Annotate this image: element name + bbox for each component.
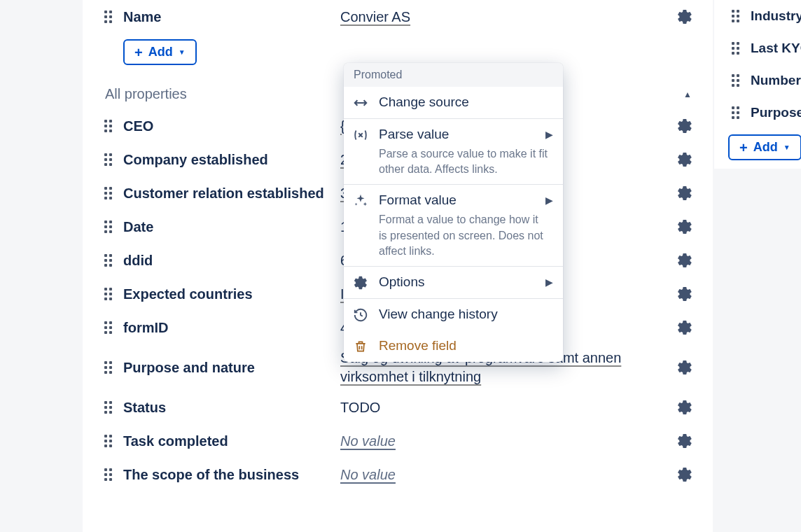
- add-button-right[interactable]: + Add ▼: [728, 134, 801, 160]
- field-value[interactable]: No value: [340, 428, 695, 455]
- field-context-menu: Promoted Change source Parse value Parse…: [344, 63, 563, 362]
- menu-item-label: View change history: [379, 306, 552, 323]
- field-label: Customer relation established: [123, 180, 340, 206]
- drag-handle-icon[interactable]: [101, 321, 115, 335]
- add-button-label: Add: [148, 45, 173, 59]
- menu-item-view-history[interactable]: View change history: [344, 298, 563, 330]
- field-settings-button[interactable]: [675, 217, 695, 237]
- section-title: All properties: [105, 86, 187, 102]
- menu-item-label: Remove field: [379, 337, 552, 355]
- field-label: ddid: [123, 247, 340, 274]
- history-icon: [352, 307, 369, 323]
- drag-handle-icon[interactable]: [101, 186, 115, 200]
- menu-item-format-value[interactable]: Format value Format a value to change ho…: [344, 184, 563, 266]
- drag-handle-icon[interactable]: [101, 153, 115, 167]
- field-settings-button[interactable]: [675, 358, 695, 377]
- field-settings-button[interactable]: [675, 183, 695, 203]
- drag-handle-icon[interactable]: [101, 468, 115, 482]
- field-label: Name: [123, 4, 340, 30]
- caret-up-icon: ▲: [683, 90, 692, 99]
- menu-item-description: Format a value to change how it is prese…: [379, 212, 552, 259]
- field-settings-button[interactable]: [675, 284, 695, 304]
- drag-handle-icon[interactable]: [101, 119, 115, 133]
- field-row-name: Name Convier AS: [101, 0, 695, 34]
- arrows-horizontal-icon: [352, 94, 369, 111]
- field-settings-button[interactable]: [675, 465, 695, 484]
- sparkle-icon: [352, 192, 369, 209]
- drag-handle-icon[interactable]: [101, 220, 115, 234]
- field-settings-button[interactable]: [675, 116, 695, 136]
- variable-icon: [352, 127, 369, 144]
- drag-handle-icon[interactable]: [101, 287, 115, 301]
- field-label: Task completed: [123, 428, 340, 454]
- field-label: Industry: [751, 4, 801, 29]
- chevron-right-icon: ▶: [545, 195, 553, 206]
- field-settings-button[interactable]: [675, 150, 695, 169]
- trash-icon: [352, 338, 369, 355]
- field-label: Last KYC: [751, 36, 801, 62]
- drag-handle-icon[interactable]: [101, 400, 115, 414]
- field-row: The scope of the businessNo value: [101, 458, 695, 491]
- caret-down-icon: ▼: [783, 144, 790, 151]
- field-settings-button[interactable]: [675, 7, 695, 27]
- field-label: Company established: [123, 146, 340, 173]
- field-value[interactable]: TODO: [340, 394, 695, 421]
- field-label: Purpose and nature of relation: [751, 100, 801, 126]
- plus-icon: +: [134, 46, 143, 59]
- drag-handle-icon[interactable]: [728, 106, 742, 120]
- chevron-right-icon: ▶: [545, 129, 553, 140]
- field-value[interactable]: Convier AS: [340, 4, 695, 31]
- menu-item-label: Format value: [379, 192, 552, 209]
- add-button[interactable]: + Add ▼: [123, 39, 197, 65]
- field-label: Purpose and nature: [123, 354, 340, 381]
- field-settings-button[interactable]: [675, 251, 695, 270]
- drag-handle-icon[interactable]: [101, 10, 115, 24]
- right-field-row: Purpose and nature of relation: [728, 97, 801, 129]
- menu-item-description: Parse a source value to make it fit othe…: [379, 146, 552, 178]
- menu-item-label: Change source: [379, 94, 552, 111]
- field-label: Expected countries: [123, 281, 340, 307]
- drag-handle-icon[interactable]: [101, 360, 115, 374]
- menu-item-label: Parse value: [379, 126, 552, 144]
- menu-item-label: Options: [379, 274, 552, 291]
- chevron-right-icon: ▶: [545, 276, 553, 288]
- field-label: Date: [123, 214, 340, 240]
- gear-icon: [352, 274, 369, 291]
- menu-item-change-source[interactable]: Change source: [344, 87, 563, 118]
- field-settings-button[interactable]: [675, 318, 695, 337]
- menu-item-remove-field[interactable]: Remove field: [344, 330, 563, 362]
- field-label: Status: [123, 394, 340, 421]
- menu-item-options[interactable]: Options ▶: [344, 266, 563, 298]
- drag-handle-icon[interactable]: [728, 74, 742, 88]
- field-label: CEO: [123, 113, 340, 139]
- right-field-row: Last KYC: [728, 32, 801, 64]
- right-field-row: Number: [728, 64, 801, 97]
- drag-handle-icon[interactable]: [101, 434, 115, 448]
- field-label: Number: [751, 68, 801, 94]
- right-field-row: Industry: [728, 0, 801, 32]
- popup-section-header: Promoted: [344, 63, 563, 87]
- drag-handle-icon[interactable]: [728, 41, 742, 55]
- plus-icon: +: [739, 141, 748, 155]
- drag-handle-icon[interactable]: [101, 253, 115, 267]
- menu-item-parse-value[interactable]: Parse value Parse a source value to make…: [344, 118, 563, 184]
- field-settings-button[interactable]: [675, 431, 695, 451]
- add-button-label: Add: [753, 140, 778, 155]
- field-row: StatusTODO: [101, 391, 695, 424]
- field-label: formID: [123, 314, 340, 341]
- right-panel: IndustryLast KYCNumberPurpose and nature…: [714, 0, 801, 169]
- field-label: The scope of the business: [123, 461, 340, 488]
- field-value[interactable]: No value: [340, 461, 695, 489]
- field-row: Task completedNo value: [101, 424, 695, 458]
- field-settings-button[interactable]: [675, 398, 695, 417]
- caret-down-icon: ▼: [179, 48, 186, 56]
- drag-handle-icon[interactable]: [728, 9, 742, 23]
